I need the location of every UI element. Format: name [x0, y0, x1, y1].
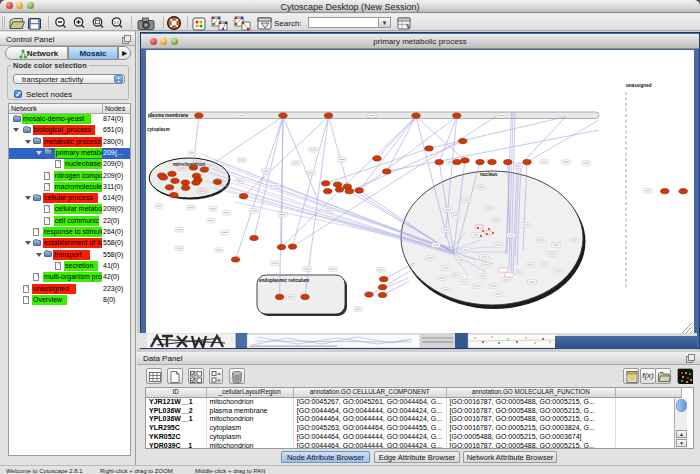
svg-text:endoplasmic reticulum: endoplasmic reticulum — [259, 278, 309, 283]
svg-text:nucleus: nucleus — [480, 172, 498, 177]
svg-text:plasma membrane: plasma membrane — [148, 113, 189, 118]
svg-text:cytoplasm: cytoplasm — [147, 127, 170, 132]
svg-text:unassigned: unassigned — [626, 83, 652, 88]
svg-text:mitochondrion: mitochondrion — [173, 162, 205, 167]
svg-text:1:1: 1:1 — [114, 20, 120, 25]
